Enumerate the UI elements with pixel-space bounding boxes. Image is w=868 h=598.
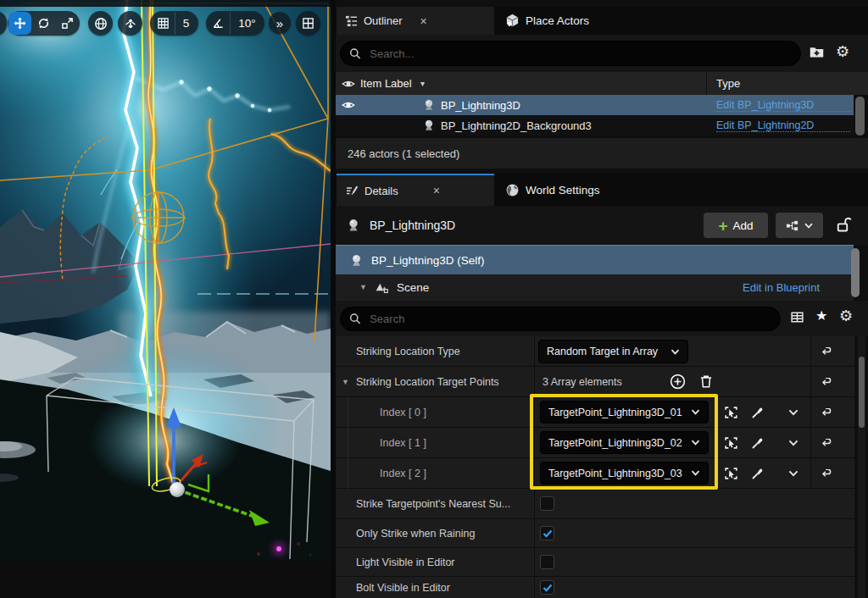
details-search[interactable] — [340, 307, 781, 331]
item-label-sort-caret-icon[interactable]: ▾ — [420, 79, 425, 88]
chevron-down-icon — [670, 349, 680, 355]
viewport-layout-button[interactable] — [296, 11, 320, 36]
outliner-search-input[interactable] — [368, 47, 792, 61]
table-icon — [790, 310, 804, 324]
details-search-input[interactable] — [368, 312, 771, 326]
outliner-row-bp-lightning2d[interactable]: BP_Lightning2D_Background3 Edit BP_Light… — [336, 115, 854, 136]
tab-place-actors[interactable]: Place Actors — [497, 7, 648, 35]
actor-label: BP_Lightning3D — [441, 99, 520, 112]
tab-details[interactable]: Details × — [337, 174, 494, 206]
visibility-column-eye-icon[interactable] — [342, 77, 355, 91]
reset-icon — [821, 439, 832, 448]
level-viewport[interactable]: 5 10° » — [0, 0, 331, 562]
outliner-row-bp-lightning3d[interactable]: BP_Lightning3D Edit BP_Lightning3D — [336, 95, 854, 115]
eyedropper-icon — [751, 436, 765, 450]
property-label: Bolt Visible in Editor — [356, 582, 450, 594]
reset-icon — [821, 378, 832, 387]
outliner-rows-area: BP_Lightning3D Edit BP_Lightning3D BP_Li… — [336, 95, 868, 138]
rotation-snap-toggle[interactable] — [207, 12, 231, 35]
details-scroll-track[interactable] — [858, 336, 865, 598]
pick-actor-button[interactable] — [751, 406, 765, 419]
tab-world-settings[interactable]: World Settings — [497, 174, 666, 206]
reset-to-default-button[interactable] — [815, 401, 837, 424]
actor-type-link[interactable]: Edit BP_Lightning3D — [716, 99, 850, 112]
checkbox-checked[interactable] — [540, 580, 554, 595]
scale-tool-button[interactable] — [56, 12, 79, 35]
property-label: Light Visible in Editor — [356, 556, 455, 568]
blueprint-hierarchy-button[interactable] — [776, 213, 823, 238]
grid-snap-toggle[interactable] — [152, 12, 175, 35]
tab-outliner-close-icon[interactable]: × — [420, 14, 427, 28]
reset-icon — [821, 347, 832, 357]
tab-details-close-icon[interactable]: × — [433, 184, 440, 197]
checkbox-unchecked[interactable] — [540, 496, 554, 511]
edit-in-blueprint-link[interactable]: Edit in Blueprint — [743, 281, 820, 294]
layout-grid-icon — [302, 17, 314, 30]
pick-actor-button[interactable] — [751, 436, 765, 450]
element-options-button[interactable] — [788, 470, 798, 477]
scene-expander-icon[interactable]: ▼ — [359, 283, 367, 291]
pick-actor-button[interactable] — [751, 467, 765, 480]
checkbox-unchecked[interactable] — [540, 555, 554, 569]
element-options-button[interactable] — [788, 409, 798, 416]
outliner-scrollbar[interactable] — [855, 97, 865, 136]
move-tool-button[interactable] — [8, 12, 31, 35]
check-icon — [542, 529, 553, 538]
tab-outliner[interactable]: Outliner × — [337, 7, 494, 35]
reset-to-default-button[interactable] — [815, 462, 837, 484]
component-row-self[interactable]: BP_Lightning3D (Self) — [336, 245, 854, 275]
outliner-footer: 246 actors (1 selected) — [336, 138, 868, 169]
unlock-icon — [835, 216, 852, 233]
tab-outliner-label: Outliner — [364, 14, 403, 27]
details-settings-button[interactable]: ⚙ — [839, 307, 853, 325]
details-search-row: ★ ⚙ — [336, 301, 868, 336]
add-array-element-button[interactable] — [670, 374, 686, 390]
browse-to-asset-button[interactable] — [724, 405, 738, 419]
display-filter-button[interactable] — [790, 310, 804, 324]
browse-to-icon — [724, 405, 738, 419]
details-scrollbar[interactable] — [859, 357, 865, 428]
row-visibility-eye-icon[interactable] — [342, 98, 355, 112]
reset-icon — [821, 469, 832, 479]
tab-details-label: Details — [364, 185, 398, 197]
world-local-space-button[interactable] — [88, 11, 113, 36]
rotate-tool-button[interactable] — [32, 12, 55, 35]
scale-icon — [61, 17, 74, 30]
reset-to-default-button[interactable] — [815, 341, 837, 363]
reset-to-default-button[interactable] — [815, 371, 837, 393]
item-label-column-header[interactable]: Item Label — [360, 77, 412, 90]
outliner-search[interactable] — [340, 41, 801, 66]
create-folder-button[interactable] — [809, 44, 825, 60]
element-options-button[interactable] — [788, 440, 798, 446]
component-row-scene[interactable]: ▼ Scene Edit in Blueprint — [336, 274, 854, 301]
move-icon — [14, 17, 26, 30]
lock-button[interactable] — [835, 216, 852, 233]
clear-array-button[interactable] — [698, 374, 714, 389]
gear-icon: ⚙ — [839, 307, 853, 324]
striking-location-type-combo[interactable]: Random Target in Array — [538, 340, 688, 363]
viewport-bottom-area — [0, 562, 331, 598]
grid-snap-value[interactable]: 5 — [175, 12, 198, 35]
checkbox-checked[interactable] — [540, 526, 554, 540]
chevron-down-icon — [788, 470, 798, 477]
browse-to-asset-button[interactable] — [724, 435, 738, 450]
world-settings-icon — [505, 183, 520, 197]
rotation-snap-group: 10° — [206, 11, 264, 36]
actor-type-link[interactable]: Edit BP_Lightning2D — [716, 119, 850, 132]
viewport-scene — [0, 0, 331, 562]
reset-to-default-button[interactable] — [815, 432, 837, 454]
viewport-top-strip — [0, 0, 331, 7]
details-tabwell: Details × World Settings — [336, 174, 868, 206]
components-scrollbar[interactable] — [851, 248, 860, 297]
favorites-button[interactable]: ★ — [815, 307, 827, 324]
toolbar-more-button[interactable]: » — [269, 12, 291, 34]
add-component-button[interactable]: + Add — [704, 213, 768, 238]
outliner-settings-button[interactable]: ⚙ — [836, 42, 849, 61]
rotation-snap-value[interactable]: 10° — [231, 12, 263, 35]
expander-icon[interactable]: ▼ — [342, 378, 349, 386]
type-column-header[interactable]: Type — [716, 77, 740, 90]
surface-snapping-button[interactable] — [118, 11, 142, 36]
column-divider[interactable] — [706, 72, 707, 95]
blueprint-actor-icon — [349, 253, 364, 268]
browse-to-asset-button[interactable] — [724, 466, 738, 480]
